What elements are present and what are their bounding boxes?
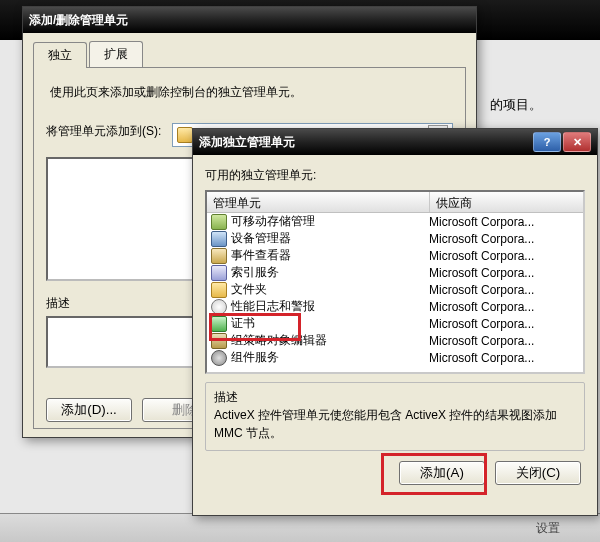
list-item-vendor: Microsoft Corpora...	[425, 232, 583, 246]
list-item-label: 证书	[231, 315, 255, 332]
folder-icon	[211, 282, 227, 298]
add-button[interactable]: 添加(D)...	[46, 398, 132, 422]
list-item[interactable]: 组策略对象编辑器Microsoft Corpora...	[207, 332, 583, 349]
list-item-vendor: Microsoft Corpora...	[425, 283, 583, 297]
list-item-label: 事件查看器	[231, 247, 291, 264]
status-bar: 设置	[0, 513, 600, 542]
titlebar[interactable]: 添加独立管理单元 ? ✕	[193, 129, 597, 155]
add-to-label: 将管理单元添加到(S):	[46, 123, 166, 140]
list-item-vendor: Microsoft Corpora...	[425, 249, 583, 263]
cert-icon	[211, 316, 227, 332]
add-standalone-snapin-window: 添加独立管理单元 ? ✕ 可用的独立管理单元: 管理单元 供应商 可移动存储管理…	[192, 128, 598, 516]
list-item[interactable]: 文件夹Microsoft Corpora...	[207, 281, 583, 298]
drive-icon	[211, 214, 227, 230]
book-icon	[211, 248, 227, 264]
background-text: 的项目。	[490, 96, 542, 114]
list-header: 管理单元 供应商	[207, 192, 583, 213]
clock-icon	[211, 299, 227, 315]
column-snapin[interactable]: 管理单元	[207, 192, 430, 212]
list-item-vendor: Microsoft Corpora...	[425, 215, 583, 229]
list-item[interactable]: 事件查看器Microsoft Corpora...	[207, 247, 583, 264]
description-group: 描述 ActiveX 控件管理单元使您能用包含 ActiveX 控件的结果视图添…	[205, 382, 585, 451]
list-item-label: 可移动存储管理	[231, 213, 315, 230]
list-item[interactable]: 索引服务Microsoft Corpora...	[207, 264, 583, 281]
list-item[interactable]: 设备管理器Microsoft Corpora...	[207, 230, 583, 247]
list-item-label: 设备管理器	[231, 230, 291, 247]
instruction-text: 使用此页来添加或删除控制台的独立管理单元。	[50, 84, 453, 101]
status-text: 设置	[536, 520, 560, 537]
list-item-label: 组策略对象编辑器	[231, 332, 327, 349]
list-item[interactable]: 证书Microsoft Corpora...	[207, 315, 583, 332]
add-button[interactable]: 添加(A)	[399, 461, 485, 485]
mag-icon	[211, 265, 227, 281]
available-label: 可用的独立管理单元:	[205, 167, 585, 184]
titlebar[interactable]: 添加/删除管理单元	[23, 7, 476, 33]
list-item-label: 文件夹	[231, 281, 267, 298]
list-item-vendor: Microsoft Corpora...	[425, 266, 583, 280]
window-title: 添加/删除管理单元	[29, 12, 128, 29]
snapin-list[interactable]: 管理单元 供应商 可移动存储管理Microsoft Corpora...设备管理…	[205, 190, 585, 374]
window-title: 添加独立管理单元	[199, 134, 295, 151]
list-item-label: 组件服务	[231, 349, 279, 366]
list-item[interactable]: 可移动存储管理Microsoft Corpora...	[207, 213, 583, 230]
list-item-vendor: Microsoft Corpora...	[425, 300, 583, 314]
gear-icon	[211, 350, 227, 366]
column-vendor[interactable]: 供应商	[430, 192, 583, 212]
description-text: ActiveX 控件管理单元使您能用包含 ActiveX 控件的结果视图添加 M…	[214, 406, 576, 442]
list-item-label: 性能日志和警报	[231, 298, 315, 315]
list-item-label: 索引服务	[231, 264, 279, 281]
list-item-vendor: Microsoft Corpora...	[425, 334, 583, 348]
close-button[interactable]: ✕	[563, 132, 591, 152]
description-label: 描述	[214, 390, 238, 404]
tab-extension[interactable]: 扩展	[89, 41, 143, 67]
list-item-vendor: Microsoft Corpora...	[425, 317, 583, 331]
pc-icon	[211, 231, 227, 247]
list-item[interactable]: 组件服务Microsoft Corpora...	[207, 349, 583, 366]
list-item-vendor: Microsoft Corpora...	[425, 351, 583, 365]
list-item[interactable]: 性能日志和警报Microsoft Corpora...	[207, 298, 583, 315]
close-button[interactable]: 关闭(C)	[495, 461, 581, 485]
tab-standalone[interactable]: 独立	[33, 42, 87, 68]
book2-icon	[211, 333, 227, 349]
help-button[interactable]: ?	[533, 132, 561, 152]
folder-icon	[177, 127, 193, 143]
